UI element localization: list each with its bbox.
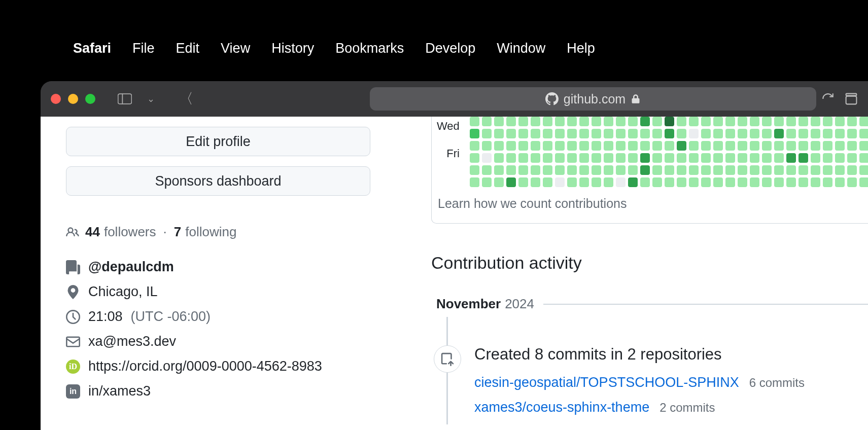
contribution-cell[interactable]: [470, 177, 479, 187]
contribution-cell[interactable]: [482, 129, 492, 138]
contribution-cell[interactable]: [616, 153, 626, 163]
contribution-cell[interactable]: [494, 153, 504, 163]
profile-email[interactable]: xa@mes3.dev: [66, 334, 370, 349]
contribution-cell[interactable]: [774, 129, 784, 138]
contribution-cell[interactable]: [604, 177, 613, 187]
contribution-cell[interactable]: [665, 129, 674, 138]
contribution-cell[interactable]: [482, 177, 492, 187]
contribution-cell[interactable]: [786, 153, 796, 163]
contribution-cell[interactable]: [774, 153, 784, 163]
contribution-cell[interactable]: [579, 141, 589, 151]
contribution-cell[interactable]: [543, 117, 552, 126]
contribution-cell[interactable]: [567, 165, 577, 175]
sidebar-toggle-button[interactable]: [112, 90, 138, 108]
minimize-window-button[interactable]: [68, 94, 78, 104]
contribution-cell[interactable]: [470, 153, 479, 163]
contribution-cell[interactable]: [640, 165, 650, 175]
reader-icon[interactable]: [845, 92, 858, 105]
contribution-cell[interactable]: [738, 177, 747, 187]
contribution-cell[interactable]: [713, 117, 723, 126]
contribution-cell[interactable]: [543, 153, 552, 163]
repo-link[interactable]: ciesin-geospatial/TOPSTSCHOOL-SPHINX: [474, 375, 739, 390]
address-bar[interactable]: github.com: [370, 87, 816, 111]
contribution-cell[interactable]: [725, 165, 735, 175]
contribution-cell[interactable]: [750, 141, 759, 151]
contribution-cell[interactable]: [811, 117, 820, 126]
contribution-cell[interactable]: [543, 141, 552, 151]
contribution-cell[interactable]: [823, 165, 832, 175]
menu-develop[interactable]: Develop: [425, 41, 475, 56]
contribution-cell[interactable]: [859, 165, 868, 175]
contribution-cell[interactable]: [847, 117, 857, 126]
contribution-cell[interactable]: [579, 165, 589, 175]
follower-stats[interactable]: 44 followers · 7 following: [66, 224, 370, 240]
contribution-cell[interactable]: [579, 177, 589, 187]
contribution-cell[interactable]: [482, 153, 492, 163]
contribution-cell[interactable]: [567, 141, 577, 151]
contribution-cell[interactable]: [701, 117, 711, 126]
app-name[interactable]: Safari: [73, 41, 111, 56]
contribution-cell[interactable]: [665, 117, 674, 126]
contribution-cell[interactable]: [823, 117, 832, 126]
contribution-cell[interactable]: [494, 129, 504, 138]
contribution-cell[interactable]: [628, 165, 638, 175]
contribution-cell[interactable]: [774, 165, 784, 175]
contribution-cell[interactable]: [786, 141, 796, 151]
contribution-cell[interactable]: [689, 153, 699, 163]
contribution-cell[interactable]: [494, 117, 504, 126]
contribution-cell[interactable]: [592, 117, 601, 126]
edit-profile-button[interactable]: Edit profile: [66, 127, 370, 156]
contribution-cell[interactable]: [506, 177, 516, 187]
contribution-cell[interactable]: [835, 129, 845, 138]
profile-org[interactable]: @depaulcdm: [66, 259, 370, 275]
contribution-cell[interactable]: [725, 153, 735, 163]
contribution-cell[interactable]: [506, 129, 516, 138]
contribution-cell[interactable]: [518, 129, 528, 138]
contribution-cell[interactable]: [811, 165, 820, 175]
close-window-button[interactable]: [51, 94, 61, 104]
contribution-cell[interactable]: [762, 129, 772, 138]
learn-contributions-link[interactable]: Learn how we count contributions: [438, 196, 868, 211]
tab-dropdown-icon[interactable]: ⌄: [143, 93, 159, 104]
contribution-cell[interactable]: [725, 117, 735, 126]
contribution-cell[interactable]: [774, 177, 784, 187]
contribution-cell[interactable]: [592, 129, 601, 138]
contribution-cell[interactable]: [835, 153, 845, 163]
contribution-cell[interactable]: [725, 129, 735, 138]
contribution-cell[interactable]: [531, 153, 540, 163]
contribution-cell[interactable]: [579, 153, 589, 163]
contribution-cell[interactable]: [579, 129, 589, 138]
contribution-cell[interactable]: [786, 165, 796, 175]
back-button[interactable]: 〈: [164, 89, 202, 109]
menu-help[interactable]: Help: [567, 41, 595, 56]
contribution-cell[interactable]: [701, 129, 711, 138]
contribution-cell[interactable]: [859, 153, 868, 163]
contribution-cell[interactable]: [640, 153, 650, 163]
contribution-cell[interactable]: [506, 117, 516, 126]
contribution-cell[interactable]: [665, 165, 674, 175]
contribution-cell[interactable]: [518, 141, 528, 151]
contribution-cell[interactable]: [689, 165, 699, 175]
contribution-cell[interactable]: [494, 141, 504, 151]
contribution-cell[interactable]: [652, 165, 662, 175]
menu-window[interactable]: Window: [497, 41, 545, 56]
contribution-cell[interactable]: [640, 141, 650, 151]
contribution-cell[interactable]: [616, 165, 626, 175]
contribution-cell[interactable]: [738, 129, 747, 138]
contribution-cell[interactable]: [531, 117, 540, 126]
contribution-cell[interactable]: [847, 177, 857, 187]
contribution-cell[interactable]: [677, 165, 686, 175]
menu-history[interactable]: History: [271, 41, 314, 56]
contribution-cell[interactable]: [847, 129, 857, 138]
contribution-cell[interactable]: [677, 141, 686, 151]
contribution-cell[interactable]: [677, 117, 686, 126]
reload-icon[interactable]: [821, 92, 835, 105]
contribution-cell[interactable]: [555, 129, 565, 138]
contribution-cell[interactable]: [859, 141, 868, 151]
contribution-cell[interactable]: [798, 177, 808, 187]
contribution-cell[interactable]: [616, 129, 626, 138]
contribution-cell[interactable]: [823, 129, 832, 138]
contribution-cell[interactable]: [859, 117, 868, 126]
contribution-cell[interactable]: [835, 117, 845, 126]
contribution-cell[interactable]: [543, 165, 552, 175]
